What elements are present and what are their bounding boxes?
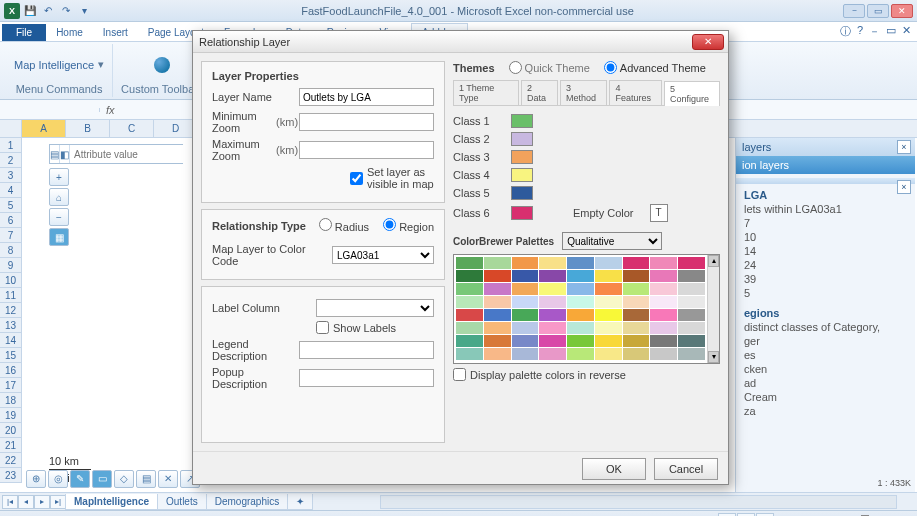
dropdown-icon[interactable]: ▾ (98, 58, 104, 71)
palette-grid[interactable] (454, 255, 719, 362)
row-header[interactable]: 3 (0, 168, 21, 183)
sheet-nav-first[interactable]: |◂ (2, 495, 18, 509)
close-button[interactable]: ✕ (891, 4, 913, 18)
zoom-home-button[interactable]: ⌂ (49, 188, 69, 206)
palette-scrollbar[interactable]: ▴ ▾ (707, 255, 719, 363)
sheet-tab-mapintel[interactable]: MapIntelligence (65, 494, 158, 510)
tool-1[interactable]: ⊕ (26, 470, 46, 488)
show-labels-row[interactable]: Show Labels (316, 321, 400, 334)
sheet-tab-new[interactable]: ✦ (287, 494, 313, 510)
palette-cell[interactable] (650, 270, 677, 282)
class-swatch[interactable] (511, 168, 533, 182)
tab-file[interactable]: File (2, 24, 46, 41)
sheet-nav-prev[interactable]: ◂ (18, 495, 34, 509)
palette-cell[interactable] (512, 257, 539, 269)
palette-cell[interactable] (539, 270, 566, 282)
view-break[interactable] (756, 513, 774, 517)
palette-cell[interactable] (567, 270, 594, 282)
region-radio[interactable] (383, 218, 396, 231)
class-swatch[interactable] (511, 206, 533, 220)
palette-cell[interactable] (512, 348, 539, 360)
row-header[interactable]: 17 (0, 378, 21, 393)
label-column-select[interactable] (316, 299, 434, 317)
layers-button[interactable]: ▦ (49, 228, 69, 246)
empty-color-button[interactable]: T (650, 204, 668, 222)
ok-button[interactable]: OK (582, 458, 646, 480)
row-header[interactable]: 5 (0, 198, 21, 213)
advanced-theme-radio[interactable] (604, 61, 617, 74)
theme-tab-2[interactable]: 2 Data (521, 80, 558, 105)
palette-scroll-up[interactable]: ▴ (708, 255, 719, 267)
restore-button[interactable]: ▭ (867, 4, 889, 18)
palette-cell[interactable] (595, 257, 622, 269)
row-header[interactable]: 15 (0, 348, 21, 363)
sheet-tab-demographics[interactable]: Demographics (206, 494, 288, 510)
tool-4[interactable]: ▭ (92, 470, 112, 488)
palette-cell[interactable] (650, 335, 677, 347)
palette-cell[interactable] (512, 335, 539, 347)
ribbon-min-icon[interactable]: ⓘ (840, 24, 851, 39)
palette-cell[interactable] (512, 309, 539, 321)
palette-cell[interactable] (650, 257, 677, 269)
palette-cell[interactable] (623, 335, 650, 347)
tool-7[interactable]: ✕ (158, 470, 178, 488)
palette-cell[interactable] (539, 283, 566, 295)
col-header[interactable]: A (22, 120, 66, 137)
map-layer-select[interactable]: LGA03a1 (332, 246, 434, 264)
palette-select[interactable]: Qualitative (562, 232, 662, 250)
tool-2[interactable]: ◎ (48, 470, 68, 488)
visible-checkbox[interactable] (350, 172, 363, 185)
palette-cell[interactable] (678, 309, 705, 321)
palette-cell[interactable] (623, 322, 650, 334)
row-header[interactable]: 4 (0, 183, 21, 198)
save-icon[interactable]: 💾 (22, 3, 38, 19)
palette-cell[interactable] (567, 257, 594, 269)
palette-cell[interactable] (484, 270, 511, 282)
palette-cell[interactable] (678, 348, 705, 360)
row-header[interactable]: 10 (0, 273, 21, 288)
palette-cell[interactable] (456, 270, 483, 282)
redo-icon[interactable]: ↷ (58, 3, 74, 19)
sheet-nav-last[interactable]: ▸| (50, 495, 66, 509)
palette-cell[interactable] (484, 283, 511, 295)
view-layout[interactable] (737, 513, 755, 517)
map-intelligence-menu[interactable]: Map Intelligence (14, 59, 94, 71)
row-header[interactable]: 20 (0, 423, 21, 438)
qat-dropdown-icon[interactable]: ▾ (76, 3, 92, 19)
max-zoom-input[interactable] (299, 141, 434, 159)
palette-cell[interactable] (539, 309, 566, 321)
col-header[interactable]: B (66, 120, 110, 137)
palette-cell[interactable] (567, 309, 594, 321)
row-header[interactable]: 9 (0, 258, 21, 273)
palette-cell[interactable] (567, 335, 594, 347)
row-header[interactable]: 6 (0, 213, 21, 228)
row-header[interactable]: 12 (0, 303, 21, 318)
palette-cell[interactable] (484, 348, 511, 360)
palette-cell[interactable] (567, 283, 594, 295)
zoom-out-button[interactable]: − (49, 208, 69, 226)
row-header[interactable]: 14 (0, 333, 21, 348)
palette-cell[interactable] (678, 257, 705, 269)
palette-cell[interactable] (456, 257, 483, 269)
region-radio-row[interactable]: Region (383, 218, 434, 233)
palette-cell[interactable] (623, 348, 650, 360)
palette-cell[interactable] (678, 270, 705, 282)
palette-cell[interactable] (650, 348, 677, 360)
row-header[interactable]: 18 (0, 393, 21, 408)
palette-cell[interactable] (595, 322, 622, 334)
palette-cell[interactable] (456, 309, 483, 321)
advanced-theme-row[interactable]: Advanced Theme (604, 61, 706, 74)
attribute-input[interactable] (70, 145, 205, 163)
ribbon-window-restore[interactable]: ▭ (886, 24, 896, 39)
radius-radio-row[interactable]: Radius (319, 218, 369, 233)
class-swatch[interactable] (511, 186, 533, 200)
palette-scroll-down[interactable]: ▾ (708, 351, 719, 363)
globe-icon[interactable] (154, 57, 170, 73)
palette-cell[interactable] (567, 348, 594, 360)
palette-cell[interactable] (595, 283, 622, 295)
palette-cell[interactable] (595, 270, 622, 282)
theme-tab-1[interactable]: 1 Theme Type (453, 80, 519, 105)
palette-cell[interactable] (539, 257, 566, 269)
palette-cell[interactable] (539, 335, 566, 347)
palette-cell[interactable] (623, 309, 650, 321)
